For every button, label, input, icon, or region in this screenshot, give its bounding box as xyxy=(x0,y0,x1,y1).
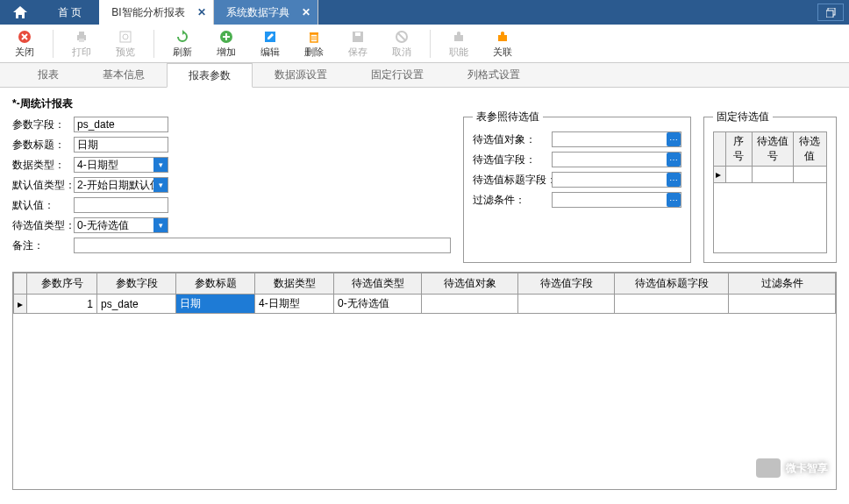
gridcol-ctitle: 待选值标题字段 xyxy=(615,273,729,295)
svg-rect-6 xyxy=(120,32,131,42)
fixed-candidate-table[interactable]: 序号 待选值号 待选值 ▸ xyxy=(713,131,827,253)
default-type-select[interactable]: 2-开始日期默认值▾ xyxy=(74,177,168,193)
close-circle-icon xyxy=(17,29,32,45)
subtab-basic[interactable]: 基本信息 xyxy=(81,63,167,87)
edit-button[interactable]: 编辑 xyxy=(254,29,286,59)
candidate-type-select[interactable]: 0-无待选值▾ xyxy=(74,217,168,233)
trash-icon xyxy=(306,29,322,45)
delete-button[interactable]: 删除 xyxy=(298,29,330,59)
chevron-down-icon: ▾ xyxy=(153,218,168,232)
plus-circle-icon xyxy=(218,29,234,45)
ref-legend: 表参照待选值 xyxy=(473,110,543,124)
preview-button[interactable]: 预览 xyxy=(110,29,141,59)
pencil-icon xyxy=(262,29,278,45)
add-button[interactable]: 增加 xyxy=(210,29,242,59)
ref-candidate-fieldset: 表参照待选值 待选值对象： ⋯ 待选值字段： ⋯ 待选值标题字段： ⋯ 过滤条件… xyxy=(463,110,691,263)
svg-point-7 xyxy=(123,34,128,39)
home-tab-label: 首 页 xyxy=(58,5,82,20)
window-tabbar: 首 页 BI智能分析报表 ✕ 系统数据字典 ✕ xyxy=(0,0,849,25)
remark-label: 备注： xyxy=(12,238,70,253)
toolbar: 关闭 打印 预览 刷新 增加 编辑 删除 保存 取消 职能 关联 xyxy=(0,25,849,63)
param-form: 参数字段： 参数标题： 数据类型： 4-日期型▾ 默认值类型： 2-开始日期默认… xyxy=(12,117,451,263)
refresh-button[interactable]: 刷新 xyxy=(167,29,198,59)
subtab-params[interactable]: 报表参数 xyxy=(167,63,253,88)
row-indicator: ▸ xyxy=(14,295,27,314)
param-grid[interactable]: 参数序号 参数字段 参数标题 数据类型 待选值类型 待选值对象 待选值字段 待选… xyxy=(12,272,837,490)
remark-input[interactable] xyxy=(74,238,451,253)
subtabs: 报表 基本信息 报表参数 数据源设置 固定行设置 列格式设置 xyxy=(0,63,849,88)
ref-titlefield-input[interactable] xyxy=(552,172,681,188)
close-icon[interactable]: ✕ xyxy=(197,6,206,18)
chevron-down-icon: ▾ xyxy=(153,178,168,192)
gridcol-dtype: 数据类型 xyxy=(255,273,334,295)
default-value-input[interactable] xyxy=(74,197,168,213)
subtab-colformat[interactable]: 列格式设置 xyxy=(446,63,542,87)
gridcol-seq: 参数序号 xyxy=(27,273,97,295)
tab-data-dict[interactable]: 系统数据字典 ✕ xyxy=(214,0,318,25)
ref-obj-input[interactable] xyxy=(552,131,681,147)
svg-rect-11 xyxy=(310,32,318,34)
col-seq: 序号 xyxy=(726,132,753,167)
param-field-label: 参数字段： xyxy=(12,117,70,132)
default-value-label: 默认值： xyxy=(12,198,70,213)
param-title-label: 参数标题： xyxy=(12,138,70,153)
subtab-datasource[interactable]: 数据源设置 xyxy=(253,63,349,87)
grid-empty-area xyxy=(13,314,836,489)
svg-rect-13 xyxy=(355,32,360,36)
ref-field-input[interactable] xyxy=(552,152,681,167)
fixed-candidate-fieldset: 固定待选值 序号 待选值号 待选值 ▸ xyxy=(703,110,837,263)
gridcol-title: 参数标题 xyxy=(176,273,255,295)
close-icon[interactable]: ✕ xyxy=(302,6,310,18)
col-code: 待选值号 xyxy=(752,132,793,167)
home-tab[interactable]: 首 页 xyxy=(40,0,99,25)
ref-filter-input[interactable] xyxy=(552,192,681,208)
tab-label: BI智能分析报表 xyxy=(111,5,184,20)
gridcol-cobj: 待选值对象 xyxy=(422,273,518,295)
preview-icon xyxy=(118,29,133,45)
gridcol-field: 参数字段 xyxy=(97,273,176,295)
refresh-icon xyxy=(175,29,190,45)
relate-button[interactable]: 关联 xyxy=(487,29,518,59)
cancel-button[interactable]: 取消 xyxy=(386,29,417,59)
data-type-label: 数据类型： xyxy=(12,158,70,173)
content-area: *-周统计报表 参数字段： 参数标题： 数据类型： 4-日期型▾ 默认值类型： … xyxy=(0,88,849,499)
ellipsis-icon[interactable]: ⋯ xyxy=(667,132,681,146)
data-type-select[interactable]: 4-日期型▾ xyxy=(74,157,168,173)
subtab-fixedrow[interactable]: 固定行设置 xyxy=(349,63,446,87)
ellipsis-icon[interactable]: ⋯ xyxy=(667,193,681,207)
ref-field-label: 待选值字段： xyxy=(473,153,548,167)
subtab-report[interactable]: 报表 xyxy=(16,63,81,87)
table-row[interactable]: ▸ 1 ps_date 日期 4-日期型 0-无待选值 xyxy=(14,295,836,314)
watermark: 微卡智享 xyxy=(756,458,828,478)
cancel-icon xyxy=(394,29,410,45)
svg-rect-1 xyxy=(826,11,833,18)
col-val: 待选值 xyxy=(793,132,826,167)
wechat-icon xyxy=(756,458,781,478)
ref-filter-label: 过滤条件： xyxy=(473,193,548,208)
default-type-label: 默认值类型： xyxy=(12,178,70,193)
print-button[interactable]: 打印 xyxy=(66,29,97,59)
puzzle-icon xyxy=(495,29,510,45)
save-icon xyxy=(350,29,366,45)
ref-titlefield-label: 待选值标题字段： xyxy=(473,173,548,188)
printer-icon xyxy=(74,29,89,45)
ellipsis-icon[interactable]: ⋯ xyxy=(667,173,681,187)
param-field-input[interactable] xyxy=(74,117,168,132)
role-button[interactable]: 职能 xyxy=(443,29,474,59)
candidate-type-label: 待选值类型： xyxy=(12,218,70,233)
puzzle-icon xyxy=(451,29,467,45)
save-button[interactable]: 保存 xyxy=(342,29,374,59)
param-title-input[interactable] xyxy=(74,137,168,153)
tab-bi-report[interactable]: BI智能分析报表 ✕ xyxy=(99,0,213,25)
gridcol-ctype: 待选值类型 xyxy=(334,273,422,295)
gridcol-cfield: 待选值字段 xyxy=(518,273,615,295)
tab-label: 系统数据字典 xyxy=(226,5,289,20)
ref-obj-label: 待选值对象： xyxy=(473,132,548,147)
ellipsis-icon[interactable]: ⋯ xyxy=(667,153,681,167)
close-button[interactable]: 关闭 xyxy=(9,29,40,59)
restore-window-icon[interactable] xyxy=(817,4,844,21)
svg-rect-5 xyxy=(79,39,84,42)
chevron-down-icon: ▾ xyxy=(153,158,168,172)
home-icon[interactable] xyxy=(0,0,40,25)
svg-rect-4 xyxy=(79,32,84,35)
